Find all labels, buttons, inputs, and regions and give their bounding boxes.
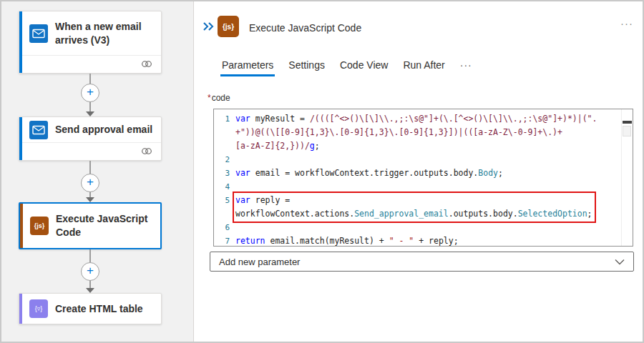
code-line: workflowContext.actions.Send_approval_em…: [214, 207, 622, 221]
tab-parameters[interactable]: Parameters: [220, 59, 275, 76]
more-options-button[interactable]: ···: [620, 17, 633, 29]
step-label: When a new email arrives (V3): [55, 20, 155, 47]
expand-panel-icon[interactable]: [203, 21, 214, 34]
step-label: Send approval email: [55, 123, 155, 136]
code-line: 4: [214, 180, 622, 194]
step-accent-bar: [19, 11, 22, 73]
step-accent-bar: [20, 204, 23, 248]
connector-arrow-icon: [86, 111, 94, 116]
tab-bar: Parameters Settings Code View Run After …: [220, 59, 486, 76]
connector-arrow-icon: [86, 288, 94, 293]
code-line: [a-zA-Z]{2,}))/g;: [214, 139, 622, 153]
insert-step-button[interactable]: [81, 174, 99, 192]
step-accent-bar: [19, 294, 22, 324]
connection-icon: [141, 145, 152, 158]
flow-designer-window: When a new email arrives (V3) Send appro…: [0, 0, 644, 343]
tab-code-view[interactable]: Code View: [338, 59, 389, 76]
insert-step-button[interactable]: [81, 262, 99, 281]
flow-step-send-approval-email[interactable]: Send approval email: [19, 116, 162, 161]
code-field-label: *code: [208, 93, 230, 103]
action-details-panel: {js} Execute JavaScript Code ··· Paramet…: [194, 1, 643, 342]
code-line: 1var myResult = /((([^<>()\[\]\\.,;:\s@"…: [214, 112, 622, 126]
code-line: 7return email.match(myResult) + " - " + …: [214, 234, 622, 246]
code-editor[interactable]: 1var myResult = /((([^<>()\[\]\\.,;:\s@"…: [213, 109, 633, 247]
js-code-icon: {js}: [30, 217, 49, 235]
add-new-parameter-dropdown[interactable]: Add new parameter: [210, 252, 634, 272]
tab-settings[interactable]: Settings: [287, 59, 326, 76]
code-line: 6: [214, 221, 622, 234]
tab-run-after[interactable]: Run After: [401, 59, 446, 76]
connector-arrow-icon: [86, 197, 94, 202]
chevron-down-icon: [615, 255, 625, 268]
code-line: +"))@((\[[0-9]{1,3}\.[0-9]{1,3}\.[0-9]{1…: [214, 126, 622, 139]
scrollbar-track: [621, 109, 622, 246]
overview-ruler-marker: [623, 121, 632, 124]
scrollbar-thumb[interactable]: [623, 126, 631, 136]
flow-step-when-a-new-email-arrives[interactable]: When a new email arrives (V3): [19, 11, 162, 74]
insert-step-button[interactable]: [81, 84, 99, 102]
required-marker: *: [208, 93, 211, 103]
flow-step-execute-javascript-code[interactable]: {js} Execute JavaScript Code: [19, 202, 162, 249]
code-line: 5var reply =: [214, 194, 622, 207]
step-label: Execute JavaScript Code: [56, 212, 155, 239]
html-table-icon: {▿}: [29, 299, 48, 318]
outlook-mail-icon: [29, 24, 48, 43]
js-code-icon: {js}: [218, 16, 239, 37]
step-footer: [19, 55, 161, 73]
workflow-canvas: When a new email arrives (V3) Send appro…: [1, 1, 194, 342]
flow-step-create-html-table[interactable]: {▿} Create HTML table: [19, 293, 162, 324]
code-line: 2: [214, 153, 622, 166]
dropdown-label: Add new parameter: [219, 257, 300, 267]
panel-title: Execute JavaScript Code: [249, 22, 361, 34]
step-footer: [19, 142, 161, 160]
code-lines: 1var myResult = /((([^<>()\[\]\\.,;:\s@"…: [214, 109, 622, 246]
tab-overflow-button[interactable]: ···: [459, 59, 474, 76]
step-accent-bar: [19, 117, 22, 160]
step-label: Create HTML table: [55, 302, 155, 316]
outlook-mail-icon: [29, 121, 48, 139]
connection-icon: [141, 58, 152, 71]
code-line: 3var email = workflowContext.trigger.out…: [214, 166, 622, 180]
